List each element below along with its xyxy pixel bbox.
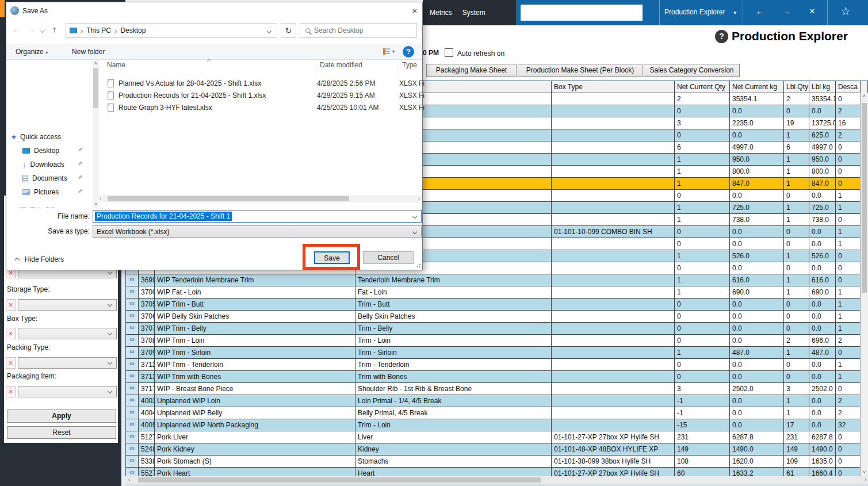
filter-clear-button[interactable]: × — [6, 357, 16, 369]
table-row[interactable]: ∞3709WIP Trim - SirloinTrim - Sirloin148… — [126, 347, 867, 359]
file-row[interactable]: Production Records for 21-04-2025 - Shif… — [97, 89, 422, 101]
forward-arrow-icon[interactable]: → — [27, 24, 36, 34]
file-list-hscrollbar[interactable]: ‹ › — [97, 195, 422, 202]
cancel-button[interactable]: Cancel — [363, 251, 414, 264]
scroll-left-icon[interactable]: ‹ — [100, 195, 101, 202]
refresh-icon[interactable]: ↻ — [281, 23, 296, 38]
scroll-right-icon[interactable]: › — [418, 195, 420, 202]
save-type-select[interactable]: Excel Workbook (*.xlsx) — [93, 225, 422, 238]
tab-production-make-sheet-per-block-[interactable]: Production Make Sheet (Per Block) — [518, 64, 643, 77]
filter-dropdown[interactable] — [18, 357, 117, 369]
sidebar-item-pictures[interactable]: Pictures — [22, 186, 59, 198]
table-row[interactable]: ∞3708WIP Trim - LoinTrim - Loin00.02696.… — [126, 335, 867, 347]
table-row[interactable]: ∞3706WIP Belly Skin PatchesBelly Skin Pa… — [126, 311, 867, 323]
back-arrow-icon[interactable]: ← — [12, 24, 21, 34]
scrollbar-thumb[interactable] — [138, 477, 541, 483]
chevron-down-icon[interactable] — [412, 214, 417, 219]
column-header-desc[interactable]: Desca — [836, 81, 861, 93]
table-row[interactable]: ∞5127Pork LiverLiver01-101-27-XP 27box X… — [126, 431, 867, 443]
link-icon[interactable]: ∞ — [126, 323, 139, 335]
chevron-down-icon[interactable] — [40, 28, 45, 33]
link-icon[interactable]: ∞ — [126, 371, 139, 383]
column-header-net-current-kg[interactable]: Net Current kg — [730, 81, 784, 93]
filter-dropdown[interactable] — [18, 299, 117, 311]
forward-arrow-icon[interactable]: → — [779, 6, 794, 17]
link-icon[interactable]: ∞ — [126, 456, 139, 468]
link-icon[interactable]: ∞ — [126, 274, 139, 286]
table-row[interactable]: ∞3699WIP Tenderloin Membrane TrimTenderl… — [126, 274, 867, 286]
search-input[interactable] — [314, 26, 400, 35]
scroll-up-icon[interactable]: ˄ — [93, 60, 99, 67]
table-row[interactable]: ∞3711WIP Trim - TenderloinTrim - Tenderl… — [126, 359, 867, 371]
link-icon[interactable]: ∞ — [126, 335, 139, 347]
link-icon[interactable]: ∞ — [126, 431, 139, 443]
link-icon[interactable]: ∞ — [126, 359, 139, 371]
scroll-down-icon[interactable]: ˅ — [863, 469, 866, 476]
resize-grip[interactable] — [416, 264, 420, 269]
hide-folders-button[interactable]: Hide Folders — [25, 255, 64, 263]
column-header-lbl-qty[interactable]: Lbl Qty — [784, 81, 809, 93]
table-row[interactable]: ∞4005Unplanned WIP North PackagingTrim -… — [126, 419, 867, 431]
file-name-input[interactable]: Production Records for 21-04-2025 - Shif… — [93, 210, 422, 223]
link-icon[interactable]: ∞ — [126, 419, 139, 431]
menu-item-system[interactable]: System — [462, 9, 485, 17]
column-header-name[interactable]: Name — [107, 61, 125, 69]
help-icon[interactable]: ? — [715, 30, 728, 43]
breadcrumb-item-desktop[interactable]: Desktop — [120, 26, 146, 35]
filter-clear-button[interactable]: × — [6, 299, 16, 311]
favorite-star-icon[interactable]: ☆ — [838, 5, 853, 18]
link-icon[interactable]: ∞ — [126, 286, 139, 299]
column-header-type[interactable]: Type — [402, 61, 417, 69]
table-row[interactable]: ∞4003Unplanned WIP LoinLoin Primal - 1/4… — [126, 395, 867, 407]
link-icon[interactable]: ∞ — [126, 443, 139, 456]
link-icon[interactable]: ∞ — [126, 407, 139, 419]
chevron-down-icon[interactable] — [412, 229, 417, 234]
reset-button[interactable]: Reset — [7, 426, 116, 439]
table-row[interactable]: ∞4004Unplanned WIP BellyBelly Primal, 4/… — [126, 407, 867, 419]
column-header-net-current-qty[interactable]: Net Current Qty — [675, 81, 730, 93]
column-header-lbl-kg[interactable]: Lbl kg — [809, 81, 836, 93]
dialog-search-box[interactable] — [300, 23, 417, 38]
back-arrow-icon[interactable]: ← — [753, 6, 768, 17]
file-row[interactable]: Planned Vs Actual for 28-04-2025 - Shift… — [97, 77, 422, 89]
breadcrumb[interactable]: ›This PC›Desktop — [66, 23, 277, 38]
view-options-button[interactable]: ▾ — [383, 48, 395, 55]
menu-item-metrics[interactable]: Metrics — [430, 9, 452, 17]
table-row[interactable]: ∞3713WIP Trim with BonesTrim with Bones0… — [126, 371, 867, 383]
link-icon[interactable]: ∞ — [126, 347, 139, 359]
link-icon[interactable]: ∞ — [126, 383, 139, 395]
sidebar-item-documents[interactable]: Documents — [22, 173, 67, 184]
table-row[interactable]: ∞5248Pork KidneyKidney01-101-48-XP 48BOX… — [126, 443, 867, 456]
scroll-up-icon[interactable]: ˄ — [861, 93, 868, 100]
scrollbar-thumb[interactable] — [108, 196, 349, 201]
table-row[interactable]: ∞5338Pork Stomach (S)Stomachs01-101-38-0… — [126, 456, 867, 468]
up-arrow-icon[interactable]: ↑ — [52, 24, 57, 34]
breadcrumb-item-this-pc[interactable]: This PC — [86, 26, 111, 35]
new-folder-button[interactable]: New folder — [72, 48, 105, 56]
column-header-date[interactable]: Date modified — [320, 61, 362, 69]
view-selector[interactable]: Production Explorer ▼ — [664, 8, 737, 16]
sidebar-item-this-pc[interactable]: This PC — [19, 205, 55, 208]
scrollbar-thumb[interactable] — [862, 103, 867, 293]
filter-dropdown[interactable] — [18, 386, 117, 397]
filter-clear-button[interactable]: × — [6, 386, 16, 397]
close-icon[interactable]: × — [408, 5, 422, 17]
horizontal-scrollbar[interactable]: ‹ › — [125, 476, 868, 484]
help-icon[interactable]: ? — [403, 46, 414, 58]
file-row[interactable]: Route Graph 3-HYF latest.xlsx4/25/2025 1… — [97, 101, 422, 113]
tab-sales-category-conversion[interactable]: Sales Category Conversion — [644, 64, 740, 77]
table-row[interactable]: ∞3700WIP Fat - LoinFat - Loin1690.01690.… — [126, 286, 867, 299]
app-search-input[interactable] — [521, 5, 643, 21]
filter-dropdown[interactable] — [18, 328, 117, 339]
scroll-left-icon[interactable]: ‹ — [128, 476, 130, 484]
organize-button[interactable]: Organize ▾ — [16, 48, 48, 56]
link-icon[interactable]: ∞ — [126, 468, 139, 477]
apply-button[interactable]: Apply — [7, 410, 116, 423]
table-row[interactable]: ∞3707WIP Trim - BellyTrim - Belly00.000.… — [126, 323, 867, 335]
vertical-scrollbar[interactable]: ˄ ˅ — [860, 93, 868, 476]
close-icon[interactable]: × — [805, 6, 820, 17]
table-row[interactable]: ∞3717WIP - Breast Bone PieceShoulder Rib… — [126, 383, 867, 395]
tab-packaging-make-sheet[interactable]: Packaging Make Sheet — [426, 64, 517, 77]
link-icon[interactable]: ∞ — [126, 299, 139, 311]
link-icon[interactable]: ∞ — [126, 395, 139, 407]
